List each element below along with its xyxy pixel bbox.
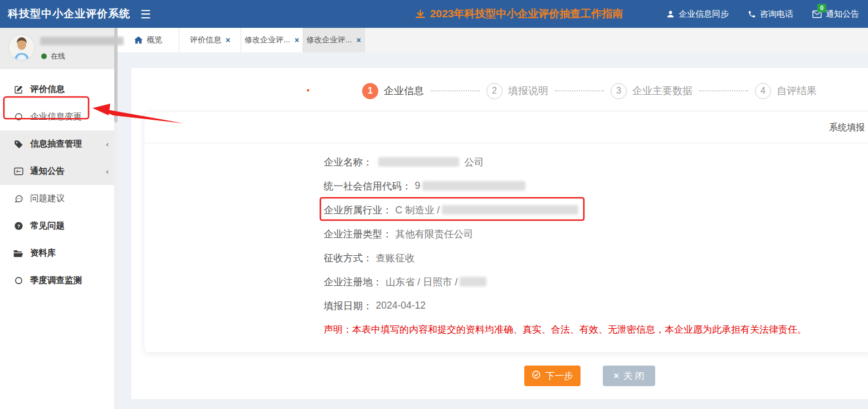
sidebar-item-label: 通知公告	[30, 165, 65, 177]
circle-icon	[12, 113, 25, 121]
wizard-buttons: 下一步 × 关 闭	[524, 366, 655, 386]
top-navbar: 科技型中小企业评价系统 ☰ 2023年科技型中小企业评价抽查工作指南 企业信息同…	[0, 0, 868, 28]
sidebar-item-evaluation-info[interactable]: 评价信息	[0, 76, 118, 103]
declaration-row: 声明：本表中填写的内容和提交的资料均准确、真实、合法、有效、无泄密信息，本企业愿…	[324, 318, 807, 342]
sidebar-item-label: 企业信息变更	[30, 111, 82, 123]
avatar[interactable]	[9, 35, 35, 60]
step-filling-instructions: 2 填报说明	[486, 83, 548, 99]
sidebar-item-quarterly-survey[interactable]: 季度调查监测	[0, 267, 118, 294]
tab-modify-evaluation-1[interactable]: 修改企业评... ×	[241, 28, 303, 52]
field-filling-date: 填报日期： 2024-04-12	[324, 294, 807, 318]
app-screen: 科技型中小企业评价系统 ☰ 2023年科技型中小企业评价抽查工作指南 企业信息同…	[0, 0, 868, 409]
notice-announcement-label: 通知公告	[826, 9, 859, 20]
online-status: 在线	[41, 51, 65, 61]
wizard-stepper: 1 企业信息 2 填报说明 3 企业主要数据 4 自评结果	[362, 80, 817, 101]
sidebar-item-suggestions[interactable]: 问题建议	[0, 185, 118, 212]
sidebar-menu: 评价信息 企业信息变更 信息抽查管理 ‹ 通知公告 ‹	[0, 76, 118, 294]
step-connector	[699, 90, 748, 91]
sidebar-item-faq[interactable]: ? 常见问题	[0, 212, 118, 240]
step-connector	[555, 90, 604, 91]
step-number: 4	[755, 83, 771, 99]
field-registration-type: 企业注册类型： 其他有限责任公司	[324, 222, 807, 246]
field-collection-method: 征收方式： 查账征收	[324, 246, 807, 270]
sidebar-item-library[interactable]: 资料库	[0, 240, 118, 267]
download-icon	[415, 9, 426, 20]
guide-link-label: 2023年科技型中小企业评价抽查工作指南	[430, 7, 623, 21]
close-icon: ×	[614, 371, 619, 381]
redacted-value	[378, 157, 459, 167]
field-label: 企业所属行业：	[324, 203, 392, 217]
step-connector	[431, 90, 480, 91]
enterprise-info-sync-button[interactable]: 企业信息同步	[666, 9, 729, 20]
consult-phone-label: 咨询电话	[760, 9, 793, 20]
field-credit-code: 统一社会信用代码： 9	[324, 174, 807, 198]
redacted-value	[422, 181, 525, 191]
sidebar-item-label: 常见问题	[30, 220, 65, 232]
sidebar: 在线 评价信息 企业信息变更 信息抽查管理 ‹	[0, 28, 118, 409]
field-label: 企业注册地：	[324, 275, 382, 289]
tab-label: 修改企业评...	[306, 35, 352, 45]
consult-phone-button[interactable]: 咨询电话	[748, 9, 793, 20]
field-value: 公司	[465, 155, 484, 169]
sidebar-item-label: 信息抽查管理	[30, 138, 82, 150]
sidebar-item-notices[interactable]: 通知公告 ‹	[0, 158, 118, 185]
user-name-redacted	[40, 37, 124, 45]
sidebar-scrollbar[interactable]	[114, 28, 118, 409]
sidebar-item-label: 评价信息	[30, 84, 65, 95]
field-value: 其他有限责任公司	[396, 227, 474, 241]
chevron-left-icon: ‹	[105, 140, 110, 149]
phone-icon	[748, 10, 756, 18]
redacted-value	[460, 277, 486, 286]
field-registration-place: 企业注册地： 山东省 / 日照市 /	[324, 270, 807, 294]
field-value: C 制造业 /	[396, 203, 440, 217]
main-panel: 1 企业信息 2 填报说明 3 企业主要数据 4 自评结果	[131, 68, 868, 399]
folder-icon	[12, 249, 25, 257]
step-self-evaluation-result: 4 自评结果	[755, 83, 817, 99]
sidebar-item-label: 季度调查监测	[30, 275, 82, 286]
close-label: 关 闭	[623, 370, 645, 382]
field-label: 企业注册类型：	[324, 227, 392, 241]
scrollbar-thumb[interactable]	[114, 28, 118, 123]
tab-overview[interactable]: 概览	[118, 28, 179, 52]
tag-icon	[12, 139, 25, 149]
enterprise-fields: 企业名称： 公司 统一社会信用代码： 9 企业所属行业： C 制造业 /	[324, 150, 807, 342]
step-enterprise-main-data: 3 企业主要数据	[611, 83, 693, 99]
field-label: 统一社会信用代码：	[324, 179, 412, 193]
tab-label: 修改企业评...	[245, 35, 290, 45]
tab-modify-evaluation-2[interactable]: 修改企业评... ×	[303, 28, 365, 52]
field-label: 征收方式：	[324, 251, 373, 265]
field-value: 查账征收	[376, 251, 415, 265]
sidebar-item-enterprise-info-change[interactable]: 企业信息变更	[0, 103, 118, 130]
content-area: 1 企业信息 2 填报说明 3 企业主要数据 4 自评结果	[118, 52, 868, 409]
chevron-left-icon: ‹	[105, 167, 110, 176]
notice-announcement-button[interactable]: 0 通知公告	[812, 9, 859, 20]
svg-text:?: ?	[17, 223, 20, 229]
close-button[interactable]: × 关 闭	[603, 366, 655, 386]
hamburger-menu-icon[interactable]: ☰	[140, 8, 151, 20]
next-step-button[interactable]: 下一步	[524, 366, 581, 386]
enterprise-info-card: 系统填报 企业名称： 公司 统一社会信用代码： 9 企	[144, 111, 868, 353]
field-label: 填报日期：	[324, 299, 373, 313]
tab-evaluation-info[interactable]: 评价信息 ×	[179, 28, 241, 52]
close-icon[interactable]: ×	[357, 36, 361, 44]
redacted-value	[442, 205, 578, 215]
field-label: 企业名称：	[324, 155, 373, 169]
question-circle-icon: ?	[12, 221, 25, 231]
step-label: 自评结果	[777, 84, 817, 98]
tab-label: 评价信息	[190, 35, 221, 45]
tab-bar: 概览 评价信息 × 修改企业评... × 修改企业评... ×	[118, 28, 868, 52]
field-enterprise-name: 企业名称： 公司	[324, 150, 807, 174]
notice-count-badge: 0	[817, 4, 826, 12]
card-divider	[144, 143, 868, 143]
step-label: 企业信息	[384, 84, 424, 98]
enterprise-info-sync-label: 企业信息同步	[679, 9, 729, 20]
step-number: 2	[486, 83, 503, 99]
guide-download-link[interactable]: 2023年科技型中小企业评价抽查工作指南	[415, 0, 623, 28]
close-icon[interactable]: ×	[295, 36, 299, 44]
online-status-label: 在线	[51, 51, 65, 61]
declaration-text: 声明：本表中填写的内容和提交的资料均准确、真实、合法、有效、无泄密信息，本企业愿…	[324, 323, 807, 336]
system-fill-label: 系统填报	[829, 122, 865, 134]
navbar-actions: 企业信息同步 咨询电话 0 通知公告	[666, 0, 859, 28]
sidebar-item-info-spot-check[interactable]: 信息抽查管理 ‹	[0, 130, 118, 158]
close-icon[interactable]: ×	[226, 36, 230, 44]
